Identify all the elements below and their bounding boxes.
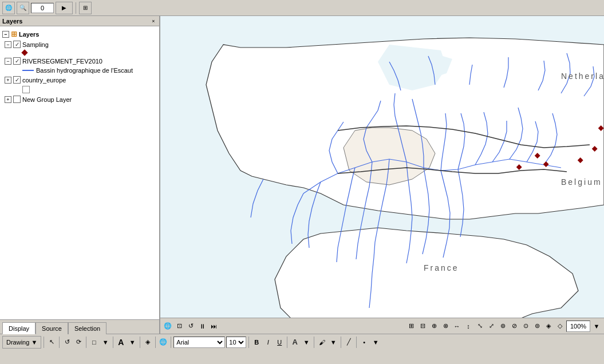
- dot-drop[interactable]: ▼: [370, 337, 381, 347]
- layer-item-sampling[interactable]: − Sampling: [2, 39, 157, 49]
- font-selector[interactable]: Arial Times New Roman Courier New: [173, 337, 225, 348]
- separator9: [248, 337, 249, 348]
- top-toolbar: 🌐 🔍 ▶ ⊞: [0, 0, 604, 16]
- tab-display[interactable]: Display: [2, 322, 35, 334]
- newgroup-expand[interactable]: +: [5, 96, 11, 103]
- sampling-expand[interactable]: −: [5, 41, 11, 48]
- underline-icon[interactable]: U: [274, 337, 285, 347]
- drawing-dropdown[interactable]: Drawing ▼: [2, 336, 41, 349]
- newgroup-label: New Group Layer: [22, 96, 72, 103]
- separator13: [356, 337, 357, 348]
- layers-expand[interactable]: −: [2, 31, 9, 38]
- layers-header: − ⊞ Layers: [2, 29, 157, 39]
- panel-titlebar: Layers ×: [0, 16, 159, 26]
- map-right-8[interactable]: ⤢: [486, 321, 496, 331]
- map-bottom-bar: 🌐 ⊡ ↺ ⏸ ⏭ ⊞ ⊟ ⊕ ⊗ ↔ ↕ ⤡ ⤢ ⊛ ⊘ ⊙ ⊚ ◈ ◇ 10…: [160, 318, 604, 334]
- rect-drop[interactable]: ▼: [100, 337, 110, 347]
- separator2: [44, 337, 44, 348]
- select-icon[interactable]: ◈: [143, 337, 153, 347]
- map-right-11[interactable]: ⊙: [520, 321, 531, 331]
- layers-panel: Layers × − ⊞ Layers − Sampling: [0, 16, 160, 334]
- zoom-percent-btn[interactable]: ▼: [591, 321, 602, 331]
- map-btn-5[interactable]: ⏭: [208, 321, 219, 331]
- magnify-icon[interactable]: 🔍: [17, 2, 29, 14]
- map-right-9[interactable]: ⊛: [498, 321, 508, 331]
- map-right-5[interactable]: ↔: [452, 321, 462, 331]
- layers-title-text: Layers: [19, 31, 39, 38]
- map-btn-3[interactable]: ↺: [185, 321, 196, 331]
- font-size-selector[interactable]: 10 8 12 14 16: [226, 337, 246, 348]
- riversegment-label: RIVERSEGMENT_FEV2010: [22, 58, 102, 65]
- highlight-icon[interactable]: 🖌: [317, 337, 327, 347]
- separator6: [140, 337, 140, 348]
- bottom-tabs: Display Source Selection: [0, 319, 159, 334]
- map-right-1[interactable]: ⊞: [406, 321, 416, 331]
- map-right-12[interactable]: ⊚: [532, 321, 542, 331]
- country-legend: [2, 85, 157, 94]
- tab-selection[interactable]: Selection: [68, 322, 106, 334]
- map-right-7[interactable]: ⤡: [475, 321, 485, 331]
- separator11: [314, 337, 314, 348]
- layers-stack-icon: ⊞: [11, 30, 17, 38]
- layer-item-newgroup[interactable]: + New Group Layer: [2, 94, 157, 104]
- map-right-3[interactable]: ⊕: [429, 321, 439, 331]
- layer-item-riversegment[interactable]: − RIVERSEGMENT_FEV2010: [2, 56, 157, 66]
- highlight-drop[interactable]: ▼: [328, 337, 338, 347]
- refresh-icon[interactable]: ⟳: [73, 337, 84, 347]
- tab-source[interactable]: Source: [35, 322, 68, 334]
- map-right-10[interactable]: ⊘: [509, 321, 519, 331]
- separator12: [341, 337, 341, 348]
- globe-icon[interactable]: 🌐: [2, 2, 15, 14]
- tab-display-label: Display: [9, 325, 29, 332]
- separator1: [76, 2, 76, 14]
- netherlands-label: Netherlands: [561, 72, 604, 81]
- map-right-13[interactable]: ◈: [543, 321, 554, 331]
- italic-icon[interactable]: I: [263, 337, 273, 347]
- main-area: Layers × − ⊞ Layers − Sampling: [0, 16, 604, 334]
- belgium-label: Belgium: [561, 177, 602, 187]
- country-checkbox[interactable]: [13, 76, 21, 84]
- sampling-checkbox[interactable]: [13, 41, 21, 48]
- separator8: [171, 337, 171, 348]
- pointer-icon[interactable]: ↖: [46, 337, 57, 347]
- bold-icon[interactable]: B: [251, 337, 262, 347]
- panel-title: Layers: [2, 18, 22, 25]
- riversegment-expand[interactable]: −: [5, 58, 11, 65]
- panel-close-button[interactable]: ×: [150, 18, 157, 25]
- rect-icon[interactable]: □: [89, 337, 99, 347]
- text-drop[interactable]: ▼: [127, 337, 137, 347]
- map-right-2[interactable]: ⊟: [417, 321, 428, 331]
- globe-icon2[interactable]: 🌐: [158, 337, 168, 347]
- tab-source-label: Source: [42, 325, 62, 332]
- layer-item-bassin[interactable]: Bassin hydrographique de l'Escaut: [2, 66, 157, 75]
- map-svg: Netherlands Belgium France: [160, 16, 604, 334]
- separator10: [287, 337, 287, 348]
- layer-item-country[interactable]: + country_europe: [2, 75, 157, 85]
- map-btn-1[interactable]: 🌐: [163, 321, 173, 331]
- bassin-label: Bassin hydrographique de l'Escaut: [36, 67, 133, 74]
- zoom-input[interactable]: [31, 3, 54, 13]
- line-icon[interactable]: ╱: [344, 337, 354, 347]
- country-expand[interactable]: +: [5, 77, 11, 84]
- bassin-line-symbol: [22, 70, 34, 71]
- tab-selection-label: Selection: [74, 325, 100, 332]
- drawing-label: Drawing ▼: [6, 339, 37, 346]
- separator3: [59, 337, 60, 348]
- newgroup-checkbox[interactable]: [13, 96, 21, 103]
- fontcolor-A-icon[interactable]: A: [290, 337, 300, 347]
- map-right-4[interactable]: ⊗: [440, 321, 451, 331]
- map-right-6[interactable]: ↕: [463, 321, 473, 331]
- text-A-icon[interactable]: A: [116, 337, 126, 347]
- riversegment-checkbox[interactable]: [13, 57, 21, 65]
- map-area[interactable]: Netherlands Belgium France 🌐 ⊡ ↺ ⏸ ⏭ ⊞ ⊟…: [160, 16, 604, 334]
- map-right-14[interactable]: ◇: [555, 321, 565, 331]
- zoom-button[interactable]: ▶: [56, 2, 73, 14]
- map-btn-4[interactable]: ⏸: [197, 321, 207, 331]
- france-label: France: [424, 263, 459, 272]
- fontcolor-drop[interactable]: ▼: [301, 337, 311, 347]
- layers-content: − ⊞ Layers − Sampling − RIVERSEGMENT_FEV…: [0, 26, 159, 319]
- dot-icon[interactable]: •: [359, 337, 369, 347]
- rotate-icon[interactable]: ↺: [62, 337, 72, 347]
- map-btn-2[interactable]: ⊡: [174, 321, 184, 331]
- layers-icon[interactable]: ⊞: [79, 2, 92, 14]
